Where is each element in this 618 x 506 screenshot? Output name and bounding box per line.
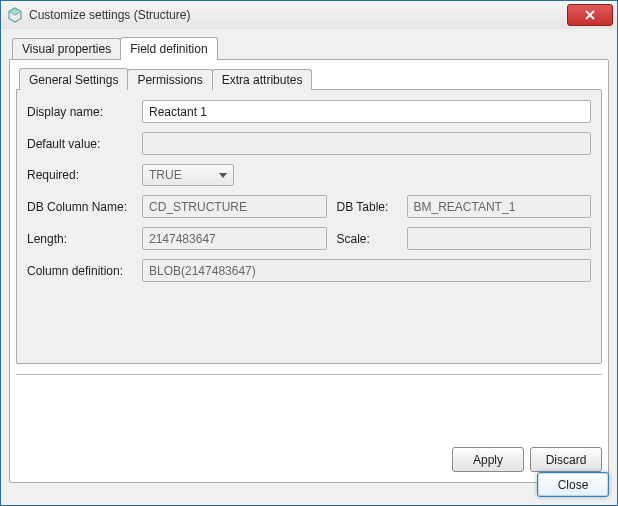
chevron-down-icon (219, 173, 227, 178)
svg-marker-1 (9, 8, 21, 15)
db-column-name-input[interactable] (142, 195, 327, 218)
length-input[interactable] (142, 227, 327, 250)
tab-visual-properties[interactable]: Visual properties (12, 38, 121, 59)
column-definition-input[interactable] (142, 259, 591, 282)
window-title: Customize settings (Structure) (29, 8, 567, 22)
required-label: Required: (27, 168, 142, 182)
display-name-input[interactable] (142, 100, 591, 123)
db-table-input[interactable] (407, 195, 592, 218)
tab-extra-attributes[interactable]: Extra attributes (212, 69, 313, 90)
column-definition-label: Column definition: (27, 264, 142, 278)
tab-general-settings[interactable]: General Settings (19, 68, 128, 90)
scale-label: Scale: (327, 232, 407, 246)
db-table-label: DB Table: (327, 200, 407, 214)
length-label: Length: (27, 232, 142, 246)
default-value-input[interactable] (142, 132, 591, 155)
close-button[interactable]: Close (537, 472, 609, 497)
dialog-window: Customize settings (Structure) Visual pr… (0, 0, 618, 506)
required-select[interactable]: TRUE (142, 164, 234, 186)
inner-tab-panel: Display name: Default value: (16, 89, 602, 364)
inner-tabs: General Settings Permissions Extra attri… (16, 68, 602, 90)
db-column-name-label: DB Column Name: (27, 200, 142, 214)
outer-tabs: Visual properties Field definition (9, 37, 609, 59)
close-icon (585, 10, 595, 20)
default-value-label: Default value: (27, 137, 142, 151)
outer-tab-panel: General Settings Permissions Extra attri… (9, 59, 609, 483)
close-window-button[interactable] (567, 4, 613, 26)
required-select-value: TRUE (149, 168, 182, 182)
tab-field-definition[interactable]: Field definition (120, 37, 217, 59)
app-icon (7, 7, 23, 23)
scale-input[interactable] (407, 227, 592, 250)
client-area: Visual properties Field definition Gener… (1, 29, 617, 505)
dialog-button-bar: Close (9, 464, 609, 497)
titlebar: Customize settings (Structure) (1, 1, 617, 30)
display-name-label: Display name: (27, 105, 142, 119)
tab-permissions[interactable]: Permissions (127, 69, 212, 90)
